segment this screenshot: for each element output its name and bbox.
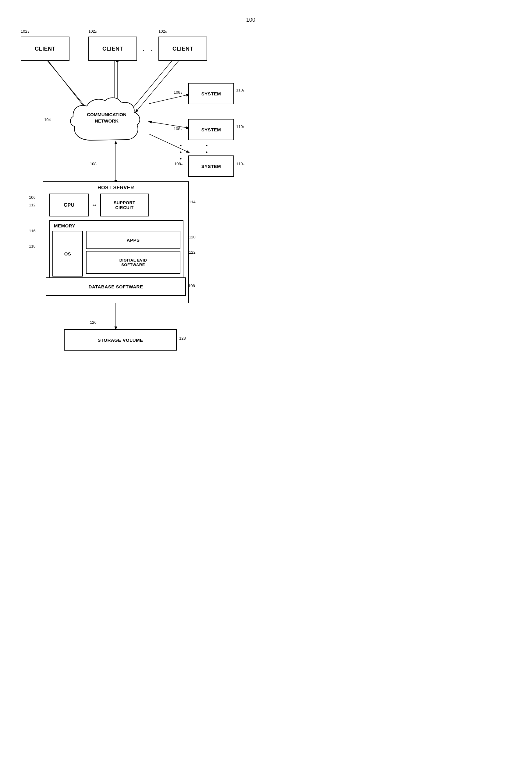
host-server-title: HOST SERVER [46,185,185,190]
storage-box: STORAGE VOLUME [64,329,177,350]
memory-label: MEMORY [54,223,75,228]
sysn-box: SYSTEM [188,155,234,177]
memory-content: OS APPS DIGITAL EVIDSOFTWARE [52,231,180,276]
clientn-ref: 102ₙ [158,29,167,34]
sys2-ref: 110₂ [236,124,244,129]
sys1-ref: 110₁ [236,88,244,92]
diagram: 100 CLIENT 102₁ CLIENT 102₂ · · · CLIENT… [0,0,266,384]
storage-ref: 128 [179,336,186,340]
cpu-ref: 112 [29,203,36,207]
host-server-ref: 106 [29,195,36,200]
database-ref: 108 [188,283,195,288]
support-circuit-box: SUPPORTCIRCUIT [100,193,149,216]
svg-line-7 [151,122,189,128]
client1-box: CLIENT [21,37,69,61]
os-box: OS [52,231,83,276]
sys2-box: SYSTEM [188,119,234,140]
support-circuit-ref: 114 [189,200,196,204]
sys1-box: SYSTEM [188,83,234,104]
digital-evid-ref: 122 [189,250,196,254]
client2-ref: 102₂ [88,29,97,34]
conn108-1: 108₁ [174,90,182,94]
sys-dots-ref: ••• [180,143,182,162]
digital-evid-box: DIGITAL EVIDSOFTWARE [86,251,180,274]
cloud-label: COMMUNICATIONNETWORK [76,111,137,124]
sysn-ref: 110ₙ [236,161,244,166]
apps-box: APPS [86,231,180,249]
client1-ref: 102₁ [21,29,29,34]
clientn-box: CLIENT [158,37,207,61]
conn108-2: 108₂ [174,126,182,131]
svg-line-8 [149,134,189,152]
cpu-box: CPU [49,193,89,216]
cloud-container: COMMUNICATIONNETWORK [67,94,146,151]
client2-box: CLIENT [88,37,137,61]
svg-line-6 [149,94,189,104]
apps-ref: 120 [189,235,196,239]
cloud-ref: 104 [44,117,51,122]
storage-conn-ref: 126 [90,320,97,325]
cpu-support-row: CPU ↔ SUPPORTCIRCUIT [49,193,181,216]
database-box: DATABASE SOFTWARE [46,277,186,296]
ref-100: 100 [246,17,255,23]
cpu-support-arrow: ↔ [89,201,100,208]
conn-108-main: 108 [90,161,97,166]
memory-ref: 116 [29,229,36,233]
conn108-n: 108ₙ [174,161,183,166]
os-ref: 118 [29,244,36,248]
apps-column: APPS DIGITAL EVIDSOFTWARE [86,231,180,274]
